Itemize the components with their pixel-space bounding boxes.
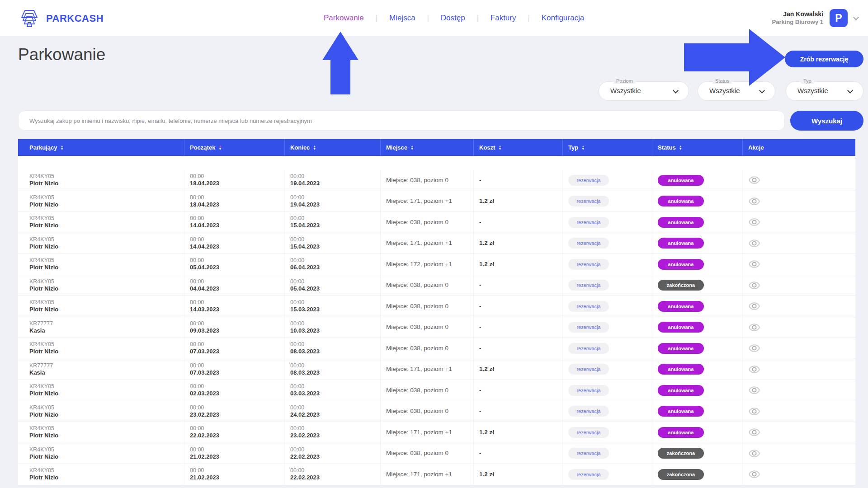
column-header-miejsce[interactable]: Miejsce▲▼ — [381, 139, 474, 156]
search-button[interactable]: Wyszukaj — [790, 111, 863, 131]
cell-parkujacy: KR77777Kasia — [18, 317, 184, 338]
cell-typ: rezerwacja — [563, 254, 652, 275]
cell-parkujacy: KR4KY05Piotr Nizio — [18, 443, 184, 464]
column-header-parkujcy[interactable]: Parkujący▲▼ — [18, 139, 184, 156]
status-badge: anulowana — [658, 259, 704, 270]
cell-miejsce: Miejsce: 172, poziom +1 — [381, 254, 474, 275]
view-details-eye-icon[interactable] — [748, 258, 762, 270]
cell-parkujacy: KR4KY05Piotr Nizio — [18, 338, 184, 359]
filter-select-typ[interactable]: TypWszystkie — [786, 81, 863, 101]
user-organization: Parking Biurowy 1 — [772, 19, 823, 26]
view-details-eye-icon[interactable] — [748, 174, 762, 186]
cell-parkujacy: KR4KY05Piotr Nizio — [18, 464, 184, 485]
type-badge: rezerwacja — [568, 469, 609, 480]
cell-parkujacy: KR4KY05Piotr Nizio — [18, 296, 184, 317]
view-details-eye-icon[interactable] — [748, 384, 762, 396]
parking-table: Parkujący▲▼Początek▲▼Koniec▲▼Miejsce▲▼Ko… — [18, 139, 855, 485]
cell-akcje — [743, 338, 855, 359]
cell-koszt: - — [474, 338, 563, 359]
nav-item-parkowanie[interactable]: Parkowanie — [312, 14, 376, 23]
cell-typ: rezerwacja — [563, 380, 652, 401]
table-spacer — [18, 156, 855, 170]
cell-status: anulowana — [652, 170, 743, 191]
view-details-eye-icon[interactable] — [748, 237, 762, 249]
cell-akcje — [743, 296, 855, 317]
filter-label: Poziom — [613, 78, 636, 84]
cell-miejsce: Miejsce: 038, poziom 0 — [381, 317, 474, 338]
nav-item-dostp[interactable]: Dostęp — [429, 14, 477, 23]
column-header-typ[interactable]: Typ▲▼ — [563, 139, 652, 156]
view-details-eye-icon[interactable] — [748, 216, 762, 228]
table-row: KR77777Kasia00:0007.03.202300:0008.03.20… — [18, 359, 855, 380]
type-badge: rezerwacja — [568, 301, 609, 312]
column-header-koniec[interactable]: Koniec▲▼ — [285, 139, 381, 156]
cell-koniec: 00:0024.02.2023 — [285, 401, 381, 422]
filter-value: Wszystkie — [709, 87, 740, 94]
cell-koszt: - — [474, 170, 563, 191]
cell-status: anulowana — [652, 233, 743, 254]
type-badge: rezerwacja — [568, 217, 609, 228]
cell-status: anulowana — [652, 338, 743, 359]
cell-koszt: - — [474, 317, 563, 338]
view-details-eye-icon[interactable] — [748, 426, 762, 438]
cell-poczatek: 00:0022.02.2023 — [184, 422, 285, 443]
brand[interactable]: PARKCASH — [18, 8, 104, 29]
view-details-eye-icon[interactable] — [748, 405, 762, 418]
view-details-eye-icon[interactable] — [748, 468, 762, 480]
cell-koniec: 00:0008.03.2023 — [285, 359, 381, 380]
column-header-pocztek[interactable]: Początek▲▼ — [184, 139, 285, 156]
table-body: KR4KY05Piotr Nizio00:0018.04.202300:0019… — [18, 170, 855, 485]
avatar[interactable]: P — [830, 9, 848, 27]
cell-miejsce: Miejsce: 038, poziom 0 — [381, 380, 474, 401]
cell-akcje — [743, 212, 855, 233]
cell-poczatek: 00:0014.04.2023 — [184, 212, 285, 233]
cell-typ: rezerwacja — [563, 464, 652, 485]
cell-koniec: 00:0008.03.2023 — [285, 338, 381, 359]
sort-icon: ▲▼ — [60, 145, 63, 150]
column-header-status[interactable]: Status▲▼ — [652, 139, 743, 156]
cell-status: anulowana — [652, 191, 743, 212]
table-row: KR4KY05Piotr Nizio00:0002.03.202300:0003… — [18, 380, 855, 401]
nav-item-faktury[interactable]: Faktury — [479, 14, 528, 23]
cell-poczatek: 00:0007.03.2023 — [184, 359, 285, 380]
filter-select-poziom[interactable]: PoziomWszystkie — [599, 81, 689, 101]
type-badge: rezerwacja — [568, 196, 609, 206]
make-reservation-button[interactable]: Zrób rezerwację — [785, 51, 863, 67]
status-badge: anulowana — [658, 196, 704, 206]
type-badge: rezerwacja — [568, 175, 609, 186]
cell-poczatek: 00:0009.03.2023 — [184, 317, 285, 338]
view-details-eye-icon[interactable] — [748, 279, 762, 291]
table-row: KR4KY05Piotr Nizio00:0018.04.202300:0019… — [18, 170, 855, 191]
view-details-eye-icon[interactable] — [748, 447, 762, 460]
cell-miejsce: Miejsce: 038, poziom 0 — [381, 401, 474, 422]
cell-status: anulowana — [652, 380, 743, 401]
type-badge: rezerwacja — [568, 364, 609, 375]
sort-icon: ▲▼ — [581, 145, 585, 150]
table-row: KR4KY05Piotr Nizio00:0014.04.202300:0015… — [18, 233, 855, 254]
sort-icon: ▲▼ — [410, 145, 414, 150]
column-header-koszt[interactable]: Koszt▲▼ — [474, 139, 563, 156]
cell-koniec: 00:0015.03.2023 — [285, 296, 381, 317]
top-bar: PARKCASH Parkowanie|Miejsca|Dostęp|Faktu… — [0, 0, 868, 36]
cell-koszt: 1.2 zł — [474, 233, 563, 254]
chevron-down-icon[interactable] — [853, 14, 859, 20]
cell-akcje — [743, 275, 855, 296]
filter-value: Wszystkie — [610, 87, 641, 94]
cell-miejsce: Miejsce: 171, poziom +1 — [381, 464, 474, 485]
cell-koniec: 00:0019.04.2023 — [285, 191, 381, 212]
type-badge: rezerwacja — [568, 406, 609, 417]
cell-akcje — [743, 233, 855, 254]
cell-poczatek: 00:0021.02.2023 — [184, 464, 285, 485]
cell-poczatek: 00:0018.04.2023 — [184, 170, 285, 191]
view-details-eye-icon[interactable] — [748, 363, 762, 375]
search-input[interactable] — [18, 111, 785, 131]
nav-item-konfiguracja[interactable]: Konfiguracja — [530, 14, 596, 23]
view-details-eye-icon[interactable] — [748, 321, 762, 333]
view-details-eye-icon[interactable] — [748, 300, 762, 312]
nav-item-miejsca[interactable]: Miejsca — [377, 14, 427, 23]
view-details-eye-icon[interactable] — [748, 195, 762, 207]
cell-poczatek: 00:0023.02.2023 — [184, 401, 285, 422]
cell-koniec: 00:0006.04.2023 — [285, 254, 381, 275]
cell-koniec: 00:0019.04.2023 — [285, 170, 381, 191]
view-details-eye-icon[interactable] — [748, 342, 762, 354]
